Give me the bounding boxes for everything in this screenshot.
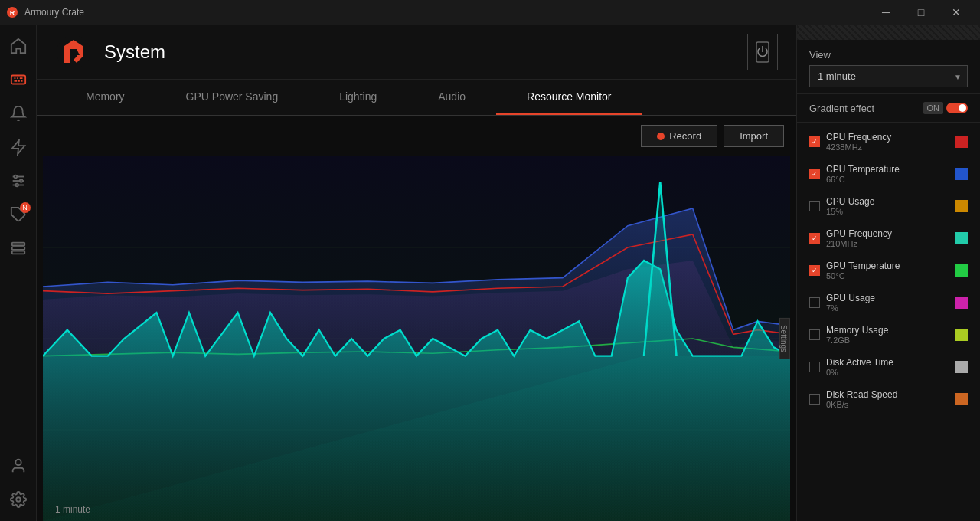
chart-time-label: 1 minute [55, 504, 90, 515]
record-dot [657, 133, 665, 140]
tabs: Memory GPU Power Saving Lighting Audio R… [37, 80, 796, 116]
resource-toolbar: Record Import [37, 116, 796, 156]
gradient-toggle[interactable] [946, 103, 968, 113]
sidebar-icon-tag[interactable]: N [3, 199, 34, 230]
sidebar-icon-scenario[interactable] [3, 132, 34, 162]
metric-item-gpu-temp[interactable]: GPU Temperature50°C [797, 254, 980, 287]
sidebar-icon-settings[interactable] [3, 484, 34, 515]
view-label: View [809, 49, 968, 61]
sidebar-icon-user[interactable] [3, 451, 34, 481]
metric-item-cpu-temp[interactable]: CPU Temperature66°C [797, 158, 980, 190]
sidebar-icon-device[interactable] [3, 64, 34, 95]
metric-color-cpu-freq [956, 136, 968, 148]
record-button[interactable]: Record [641, 125, 717, 147]
svg-point-14 [15, 460, 21, 465]
metric-item-cpu-freq[interactable]: CPU Frequency4238MHz [797, 126, 980, 158]
app-icon: R [6, 6, 18, 18]
tab-memory[interactable]: Memory [55, 80, 155, 115]
main-panel: System Memory GPU Power Saving Lighting [37, 25, 796, 521]
metric-checkbox-disk-active[interactable] [809, 362, 820, 372]
gradient-section: Gradient effect ON [797, 94, 980, 123]
rog-logo [55, 34, 92, 70]
metric-name-gpu-temp: GPU Temperature [826, 260, 949, 271]
metric-checkbox-gpu-freq[interactable] [809, 233, 820, 244]
titlebar-left: R Armoury Crate [6, 6, 84, 18]
right-panel: View 1 minute Gradient effect ON CPU Fre… [796, 25, 980, 521]
metric-item-gpu-freq[interactable]: GPU Frequency210MHz [797, 222, 980, 254]
view-select[interactable]: 1 minute [809, 65, 968, 87]
svg-text:R: R [10, 9, 15, 17]
sidebar-icon-list[interactable] [3, 233, 34, 264]
metric-name-cpu-temp: CPU Temperature [826, 164, 949, 175]
metric-item-disk-active[interactable]: Disk Active Time0% [797, 351, 980, 383]
metric-value-memory-usage: 7.2GB [826, 336, 949, 345]
metric-item-memory-usage[interactable]: Memory Usage7.2GB [797, 319, 980, 351]
metric-checkbox-disk-read[interactable] [809, 394, 820, 405]
minimize-button[interactable]: ─ [868, 0, 903, 25]
metric-checkbox-cpu-temp[interactable] [809, 169, 820, 179]
tab-audio[interactable]: Audio [407, 80, 496, 115]
svg-rect-12 [11, 247, 24, 250]
tab-gpu-power-saving[interactable]: GPU Power Saving [155, 80, 309, 115]
metric-color-gpu-usage [956, 297, 968, 309]
metric-color-cpu-temp [956, 168, 968, 180]
metric-value-cpu-usage: 15% [826, 207, 949, 216]
sidebar-icon-sliders[interactable] [3, 165, 34, 196]
chart-wrapper: 1 minute Settings [43, 156, 790, 521]
sidebar-icon-home[interactable] [3, 31, 34, 61]
svg-rect-11 [11, 243, 24, 246]
svg-rect-13 [11, 251, 24, 254]
chart-container [43, 156, 790, 521]
svg-point-9 [15, 184, 18, 187]
close-button[interactable]: ✕ [939, 0, 974, 25]
maximize-button[interactable]: □ [903, 0, 939, 25]
metric-item-disk-read[interactable]: Disk Read Speed0KB/s [797, 383, 980, 415]
metric-value-gpu-usage: 7% [826, 303, 949, 313]
tab-resource-monitor[interactable]: Resource Monitor [496, 80, 642, 115]
gradient-label: Gradient effect [809, 103, 874, 114]
view-select-wrapper: 1 minute [809, 65, 968, 87]
metric-checkbox-memory-usage[interactable] [809, 329, 820, 340]
metric-name-memory-usage: Memory Usage [826, 325, 949, 336]
metric-color-disk-active [956, 361, 968, 373]
content-area: System Memory GPU Power Saving Lighting [37, 25, 980, 521]
view-section: View 1 minute [797, 40, 980, 94]
metric-checkbox-cpu-usage[interactable] [809, 201, 820, 211]
resource-chart [43, 156, 790, 521]
metric-name-disk-active: Disk Active Time [826, 357, 949, 368]
gradient-toggle-container: ON [923, 102, 969, 114]
sidebar: N [0, 25, 37, 521]
import-button[interactable]: Import [724, 125, 784, 147]
metric-checkbox-gpu-temp[interactable] [809, 265, 820, 276]
svg-point-15 [16, 497, 21, 502]
metric-checkbox-gpu-usage[interactable] [809, 297, 820, 308]
svg-point-8 [19, 179, 22, 182]
svg-marker-3 [11, 140, 24, 154]
resource-monitor-content: Record Import [37, 116, 796, 521]
metric-item-cpu-usage[interactable]: CPU Usage15% [797, 190, 980, 222]
metric-color-gpu-temp [956, 264, 968, 277]
tag-badge: N [20, 202, 31, 213]
main-layout: N [0, 25, 980, 521]
page-title: System [104, 41, 165, 63]
metric-value-cpu-freq: 4238MHz [826, 143, 949, 152]
metric-name-gpu-usage: GPU Usage [826, 293, 949, 303]
tab-lighting[interactable]: Lighting [309, 80, 407, 115]
metric-item-gpu-usage[interactable]: GPU Usage7% [797, 287, 980, 319]
metric-color-disk-read [956, 393, 968, 405]
metric-value-gpu-freq: 210MHz [826, 239, 949, 248]
sidebar-icon-notification[interactable] [3, 98, 34, 129]
metric-name-disk-read: Disk Read Speed [826, 389, 949, 400]
metric-value-disk-active: 0% [826, 368, 949, 377]
metric-color-memory-usage [956, 329, 968, 341]
power-icon-button[interactable] [747, 34, 778, 70]
metrics-list: CPU Frequency4238MHzCPU Temperature66°CC… [797, 123, 980, 418]
power-icon [756, 41, 769, 63]
settings-tab[interactable]: Settings [779, 318, 790, 359]
panel-header-decoration [797, 25, 980, 40]
titlebar: R Armoury Crate ─ □ ✕ [0, 0, 980, 25]
metric-value-disk-read: 0KB/s [826, 400, 949, 409]
metric-name-cpu-usage: CPU Usage [826, 196, 949, 207]
titlebar-title: Armoury Crate [24, 7, 84, 18]
metric-checkbox-cpu-freq[interactable] [809, 136, 820, 147]
